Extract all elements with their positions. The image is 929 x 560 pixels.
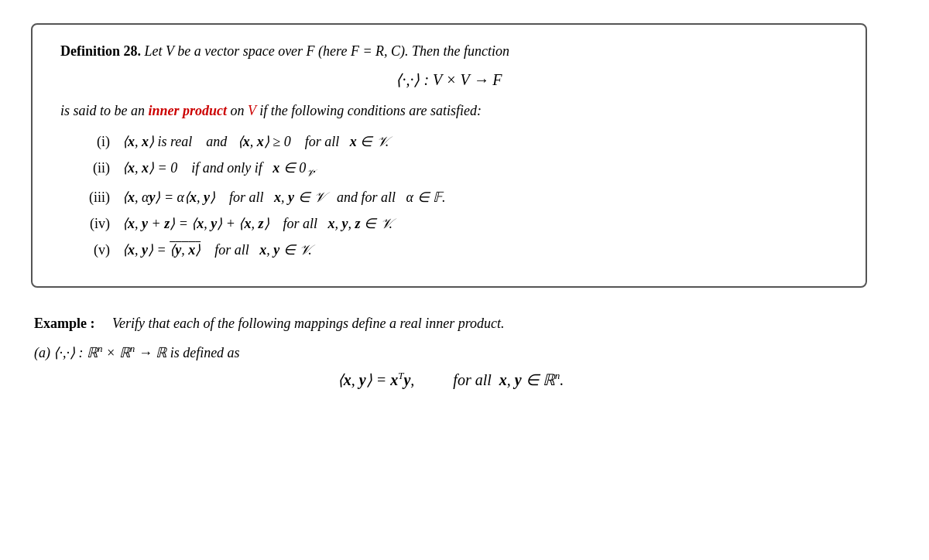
example-subtitle: Verify that each of the following mappin… <box>112 316 505 331</box>
condition-v: (v) ⟨x, y⟩ = ⟨y, x⟩ for all x, y ∈ 𝒱. <box>76 241 838 258</box>
condition-i: (i) ⟨x, x⟩ is real and ⟨x, x⟩ ≥ 0 for al… <box>76 133 838 150</box>
formula-lhs: ⟨x, y⟩ = xTy, <box>338 371 415 388</box>
intro-on: on <box>231 103 245 118</box>
cond-num-iv: (iv) <box>76 216 110 232</box>
main-formula: ⟨·,·⟩ : V × V → F <box>60 70 838 89</box>
cond-body-ii: ⟨x, x⟩ = 0 if and only if x ∈ 0𝒱. <box>122 159 838 179</box>
cond-num-iii: (iii) <box>76 190 110 206</box>
formula-forall: for all x, y ∈ ℝn. <box>453 371 564 388</box>
definition-box: Definition 28. Let V be a vector space o… <box>31 23 867 288</box>
cond-body-i: ⟨x, x⟩ is real and ⟨x, x⟩ ≥ 0 for all x … <box>122 133 838 150</box>
example-a-text: (a) ⟨·,·⟩ : ℝn × ℝn → ℝ is defined as <box>34 343 867 361</box>
cond-num-ii: (ii) <box>76 160 110 176</box>
cond-num-v: (v) <box>76 242 110 258</box>
example-label: Example : <box>34 316 95 331</box>
intro-post: if the following conditions are satisfie… <box>259 103 482 118</box>
example-a-pre: (a) ⟨·,·⟩ : ℝn × ℝn → ℝ is defined as <box>34 345 240 360</box>
example-a-formula: ⟨x, y⟩ = xTy, for all x, y ∈ ℝn. <box>34 370 867 390</box>
example-title: Example : Verify that each of the follow… <box>34 316 867 332</box>
cond-body-iv: ⟨x, y + z⟩ = ⟨x, y⟩ + ⟨x, z⟩ for all x, … <box>122 215 838 232</box>
condition-iv: (iv) ⟨x, y + z⟩ = ⟨x, y⟩ + ⟨x, z⟩ for al… <box>76 215 838 232</box>
main-formula-text: ⟨·,·⟩ : V × V → F <box>396 71 502 88</box>
intro-line: is said to be an inner product on V if t… <box>60 103 838 119</box>
def-label: Definition 28. <box>60 43 141 59</box>
cond-body-iii: ⟨x, αy⟩ = α⟨x, y⟩ for all x, y ∈ 𝒱 and f… <box>122 189 838 206</box>
definition-title: Definition 28. Let V be a vector space o… <box>60 43 838 60</box>
conditions-list: (i) ⟨x, x⟩ is real and ⟨x, x⟩ ≥ 0 for al… <box>60 133 838 258</box>
cond-num-i: (i) <box>76 134 110 150</box>
def-intro-text: Let V be a vector space over F (here F =… <box>145 43 510 59</box>
intro-pre: is said to be an <box>60 103 145 118</box>
condition-ii: (ii) ⟨x, x⟩ = 0 if and only if x ∈ 0𝒱. <box>76 159 838 179</box>
intro-v: V <box>248 103 256 118</box>
example-section: Example : Verify that each of the follow… <box>31 316 867 390</box>
intro-inner-product: inner product <box>149 103 228 118</box>
cond-body-v: ⟨x, y⟩ = ⟨y, x⟩ for all x, y ∈ 𝒱. <box>122 241 838 258</box>
condition-iii: (iii) ⟨x, αy⟩ = α⟨x, y⟩ for all x, y ∈ 𝒱… <box>76 189 838 206</box>
